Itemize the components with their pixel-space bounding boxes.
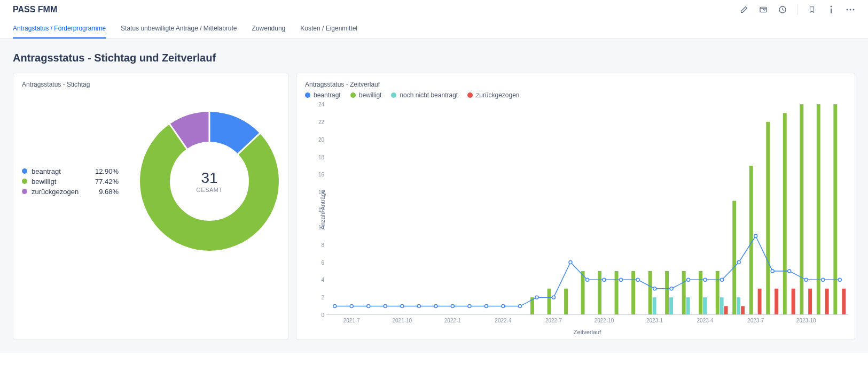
svg-rect-3 <box>831 9 832 13</box>
more-icon[interactable] <box>846 5 855 14</box>
line-point <box>468 305 471 308</box>
donut-legend-item: bewilligt77.42% <box>22 178 119 186</box>
y-tick: 12 <box>312 207 324 213</box>
line-point <box>401 305 404 308</box>
line-point <box>620 278 623 281</box>
donut-legend-item: zurückgezogen9.68% <box>22 188 119 196</box>
bar-noch nicht beantragt <box>737 297 740 315</box>
svg-point-4 <box>847 9 848 11</box>
bar-bewilligt <box>766 122 770 315</box>
legend-swatch <box>350 92 356 98</box>
line-point <box>451 305 454 308</box>
bar-bewilligt <box>648 271 652 315</box>
timeline-legend-item: bewilligt <box>350 91 382 99</box>
y-tick: 18 <box>312 154 324 160</box>
timeline-chart: Anzahl Anträge Zeitverlauf 0246810121416… <box>326 104 848 315</box>
bar-zurückgezogen <box>825 289 829 315</box>
line-point <box>569 261 572 264</box>
legend-label: beantragt <box>314 91 341 99</box>
bar-bewilligt <box>783 113 787 315</box>
x-axis-line <box>326 314 848 315</box>
line-point <box>417 305 420 308</box>
tab-3[interactable]: Kosten / Eigenmittel <box>300 20 357 38</box>
svg-point-6 <box>853 9 855 11</box>
timeline-legend: beantragtbewilligtnoch nicht beantragtzu… <box>305 91 846 99</box>
legend-label: zurückgezogen <box>476 91 519 99</box>
bar-zurückgezogen <box>724 306 728 315</box>
y-tick: 24 <box>312 102 324 107</box>
card-antragsstatus-zeitverlauf: Antragsstatus - Zeitverlauf beantragtbew… <box>296 73 855 340</box>
line-point <box>822 278 825 281</box>
legend-label: zurückgezogen <box>32 188 88 196</box>
bar-bewilligt <box>631 271 635 315</box>
legend-pct: 77.42% <box>92 178 119 186</box>
legend-label: bewilligt <box>32 178 88 186</box>
bar-bewilligt <box>598 271 601 315</box>
bar-bewilligt <box>564 289 568 315</box>
bar-zurückgezogen <box>758 289 762 315</box>
x-tick: 2023-7 <box>747 318 764 323</box>
line-point <box>636 278 639 281</box>
y-tick: 22 <box>312 119 324 125</box>
x-tick: 2023-10 <box>796 318 816 323</box>
separator <box>797 4 797 15</box>
legend-swatch <box>22 189 27 194</box>
line-point <box>804 278 808 281</box>
line-point <box>384 305 387 308</box>
bar-noch nicht beantragt <box>686 297 690 315</box>
bar-bewilligt <box>581 271 585 315</box>
bar-bewilligt <box>699 271 702 315</box>
edit-icon[interactable] <box>739 5 749 14</box>
bar-zurückgezogen <box>792 289 795 315</box>
bar-bewilligt <box>682 271 686 315</box>
y-tick: 14 <box>312 189 324 195</box>
line-point <box>603 278 606 281</box>
export-icon[interactable] <box>758 5 768 14</box>
bar-bewilligt <box>716 271 720 315</box>
timeline-svg <box>326 104 848 315</box>
line-point <box>754 234 757 237</box>
tab-bar: Antragstatus / FörderprogrammeStatus unb… <box>0 15 868 39</box>
x-axis-label: Zeitverlauf <box>326 329 848 335</box>
svg-point-2 <box>831 6 832 7</box>
x-tick: 2022-7 <box>545 318 562 323</box>
line-point <box>788 269 791 273</box>
tab-0[interactable]: Antragstatus / Förderprogramme <box>13 20 106 38</box>
legend-swatch <box>305 92 310 98</box>
bar-bewilligt <box>833 104 837 315</box>
y-tick: 20 <box>312 136 324 142</box>
timeline-legend-item: beantragt <box>305 91 341 99</box>
tab-2[interactable]: Zuwendung <box>252 20 286 38</box>
y-tick: 16 <box>312 172 324 178</box>
history-icon[interactable] <box>778 5 787 14</box>
line-point <box>771 269 774 273</box>
line-point <box>670 287 673 290</box>
donut-legend-item: beantragt12.90% <box>22 167 119 175</box>
info-icon[interactable] <box>826 5 836 14</box>
legend-pct: 12.90% <box>92 167 119 175</box>
x-tick: 2023-1 <box>646 318 663 323</box>
legend-label: noch nicht beantragt <box>400 91 458 99</box>
y-tick: 2 <box>312 295 324 300</box>
card-antragsstatus-stichtag: Antragsstatus - Stichtag beantragt12.90%… <box>13 73 288 340</box>
y-tick: 6 <box>312 259 324 265</box>
y-tick: 0 <box>312 312 324 318</box>
line-point <box>552 296 555 299</box>
bookmark-icon[interactable] <box>807 5 817 14</box>
bar-bewilligt <box>817 104 820 315</box>
x-tick: 2022-1 <box>444 318 461 323</box>
y-tick: 10 <box>312 224 324 230</box>
bar-bewilligt <box>800 104 803 315</box>
timeline-legend-item: zurückgezogen <box>467 91 519 99</box>
header-actions <box>739 4 855 15</box>
bar-bewilligt <box>548 289 551 315</box>
card-title: Antragsstatus - Zeitverlauf <box>305 81 846 88</box>
legend-swatch <box>22 179 27 184</box>
y-tick: 8 <box>312 242 324 248</box>
tab-1[interactable]: Status unbewilligte Anträge / Mittelabru… <box>121 20 237 38</box>
bar-noch nicht beantragt <box>720 297 724 315</box>
bar-bewilligt <box>732 201 736 315</box>
bar-bewilligt <box>665 271 669 315</box>
bar-noch nicht beantragt <box>703 297 707 315</box>
page-title: PASS FMM <box>13 5 57 14</box>
